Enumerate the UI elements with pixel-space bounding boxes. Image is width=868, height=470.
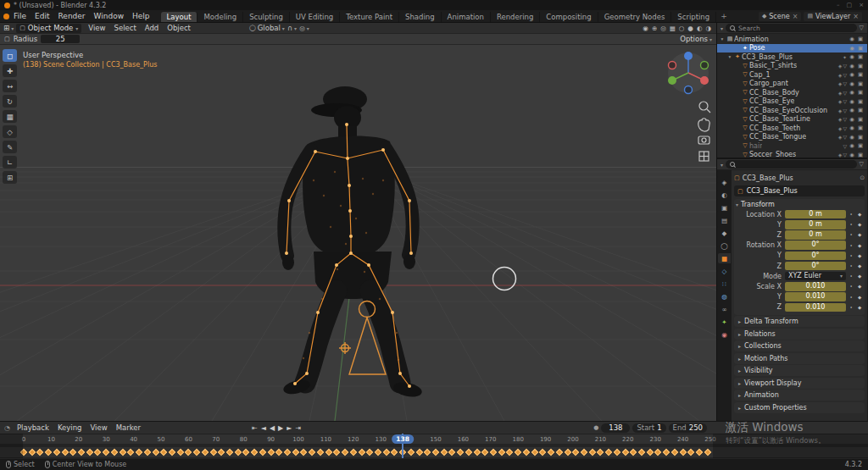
keyframe-diamond[interactable] — [86, 449, 93, 456]
keyframe-diamond[interactable] — [416, 449, 423, 456]
topbar-menu-item[interactable]: Render — [54, 12, 90, 20]
keyframe-diamond[interactable] — [441, 449, 448, 456]
lock-icon[interactable]: • — [848, 222, 854, 227]
shading-material-icon[interactable]: ◐ — [697, 25, 703, 32]
workspace-tab[interactable]: Animation — [442, 12, 491, 22]
keyframe-diamond[interactable] — [292, 449, 299, 456]
filter-icon[interactable]: ▽ — [860, 161, 864, 168]
workspace-tab[interactable]: UV Editing — [290, 12, 340, 22]
window-control-button[interactable]: – — [837, 2, 840, 8]
jump-prev-keyframe-button[interactable]: ◄ — [261, 424, 266, 432]
keyframe-diamond[interactable] — [62, 449, 69, 456]
keyframe-diamond[interactable] — [144, 449, 151, 456]
keyframe-diamond[interactable] — [572, 449, 579, 456]
keyframe-diamond[interactable] — [581, 449, 587, 456]
keyframe-diamond[interactable] — [598, 449, 604, 456]
keyframe-diamond[interactable] — [515, 449, 521, 456]
topbar-menu-item[interactable]: Edit — [31, 12, 53, 20]
snap-toggle[interactable]: ∩ ▾ — [287, 24, 297, 32]
keyframe-diamond[interactable] — [210, 449, 217, 456]
topbar-menu-item[interactable]: Window — [90, 12, 129, 20]
view-layer-selector[interactable]: ▤ ViewLayer × — [804, 12, 862, 21]
cursor-tool[interactable]: ✚ — [3, 64, 17, 77]
properties-section-header[interactable]: ▸ Relations — [734, 329, 865, 340]
location-field[interactable]: 0 m — [785, 230, 846, 240]
play-button[interactable]: ▶ — [278, 424, 283, 432]
outliner-item[interactable]: ▽ CC_Base_TearLine ◈▽ ◉ ▣ — [717, 115, 867, 124]
annotate-tool[interactable]: ✎ — [3, 141, 17, 153]
outliner-item[interactable]: ▽ Basic_T_shirts ◈▽ ◉ ▣ — [717, 62, 867, 71]
outliner-item[interactable]: ▽ hair ▽ ◉ ▣ — [717, 141, 867, 151]
frame-end-field[interactable]: End 250 — [669, 423, 707, 433]
shading-solid-icon[interactable]: ● — [687, 25, 693, 32]
location-field[interactable]: 0 m — [785, 220, 846, 229]
lock-icon[interactable]: • — [848, 232, 854, 237]
viewport-menu-item[interactable]: Select — [110, 24, 141, 32]
eye-icon[interactable]: ◉ — [848, 152, 856, 158]
outliner-item[interactable]: ▽ CC_Base_Teeth ◈▽ ◉ ▣ — [717, 124, 867, 133]
camera-icon[interactable]: ▣ — [856, 80, 865, 87]
eye-icon[interactable]: ◉ — [848, 89, 856, 96]
keyframe-diamond[interactable] — [424, 449, 431, 456]
keyframe-diamond[interactable] — [687, 449, 694, 456]
keyframe-diamond[interactable] — [638, 449, 645, 456]
keyframe-diamond[interactable] — [457, 449, 464, 456]
camera-icon[interactable]: ▣ — [856, 98, 865, 105]
lock-icon[interactable]: • — [848, 253, 854, 258]
rotation-field[interactable]: 0° — [785, 262, 846, 271]
keyframe-diamond[interactable] — [630, 449, 637, 456]
add-cube-tool[interactable]: ⊞ — [3, 171, 17, 184]
camera-icon[interactable]: ▣ — [856, 63, 865, 69]
camera-icon[interactable]: ▣ — [856, 134, 865, 141]
keyframe-diamond[interactable] — [333, 449, 340, 456]
keyframe-diamond[interactable] — [565, 449, 571, 456]
workspace-tab[interactable]: Modeling — [198, 12, 243, 22]
eye-icon[interactable]: ◉ — [848, 71, 856, 78]
tab-constraints[interactable]: ∞ — [718, 304, 731, 314]
keyframe-decorator-icon[interactable]: ◆ — [856, 253, 863, 258]
tab-tool[interactable]: ◈ — [718, 177, 731, 187]
keyframe-diamond[interactable] — [531, 449, 538, 456]
toggle-xray-icon[interactable]: ▦ — [670, 25, 676, 32]
outliner-item[interactable]: ▽ CC_Base_EyeOcclusion ◈▽ ◉ ▣ — [717, 106, 867, 115]
keyframe-decorator-icon[interactable]: ◆ — [856, 222, 863, 227]
keyframe-diamond[interactable] — [301, 449, 308, 456]
workspace-tab[interactable]: Rendering — [491, 12, 540, 22]
keyframe-diamond[interactable] — [95, 449, 102, 456]
tab-particles[interactable]: ∷ — [718, 279, 731, 289]
keyframe-diamond[interactable] — [663, 449, 670, 456]
tab-output[interactable]: ▣ — [718, 202, 731, 213]
keyframe-diamond[interactable] — [37, 449, 44, 456]
select-box-tool[interactable]: ◻ — [3, 49, 17, 62]
topbar-menu-item[interactable]: Help — [128, 12, 154, 20]
outliner-item[interactable]: ✦ Pose ◉ ▣ — [717, 44, 867, 53]
keyframe-diamond[interactable] — [235, 449, 242, 456]
keyframe-diamond[interactable] — [366, 449, 373, 456]
workspace-tab[interactable]: Texture Paint — [340, 12, 399, 22]
camera-icon[interactable]: ▣ — [856, 89, 865, 96]
outliner-item[interactable]: ▽ Cargo_pant ◈▽ ◉ ▣ — [717, 80, 867, 89]
object-name-field[interactable]: ▢ CC3_Base_Plus — [734, 185, 865, 196]
rotation-field[interactable]: 0° — [785, 252, 846, 261]
outliner-item[interactable]: ▽ CC_Base_Body ◈▽ ◉ ▣ — [717, 88, 867, 97]
timeline-menu-item[interactable]: Marker — [112, 423, 145, 432]
keyframe-diamond[interactable] — [177, 449, 184, 456]
editor-type-icon[interactable]: ▾ — [721, 162, 723, 168]
outliner-item[interactable]: ▽ CC_Base_Eye ◈▽ ◉ ▣ — [717, 97, 867, 107]
rotate-tool[interactable]: ↻ — [3, 95, 17, 108]
jump-next-keyframe-button[interactable]: ► — [287, 424, 292, 432]
current-frame-pill[interactable]: 138 — [392, 434, 414, 444]
scene-selector[interactable]: ◆ Scene × — [759, 12, 801, 21]
editor-type-button[interactable]: ⊞ ▾ — [3, 24, 14, 32]
tab-view-layer[interactable]: ▤ — [718, 215, 731, 225]
add-workspace-button[interactable]: + — [716, 12, 732, 20]
keyframe-diamond[interactable] — [622, 449, 629, 456]
timeline-menu-item[interactable]: Playback — [13, 423, 53, 432]
eye-icon[interactable]: ◉ — [848, 124, 856, 131]
keyframe-diamond[interactable] — [193, 449, 200, 456]
camera-icon[interactable]: ▣ — [856, 142, 865, 149]
keyframe-diamond[interactable] — [136, 449, 142, 456]
expand-arrow-icon[interactable]: ▾ — [726, 54, 733, 59]
keyframe-diamond[interactable] — [474, 449, 481, 456]
keyframe-decorator-icon[interactable]: ◆ — [856, 284, 863, 289]
